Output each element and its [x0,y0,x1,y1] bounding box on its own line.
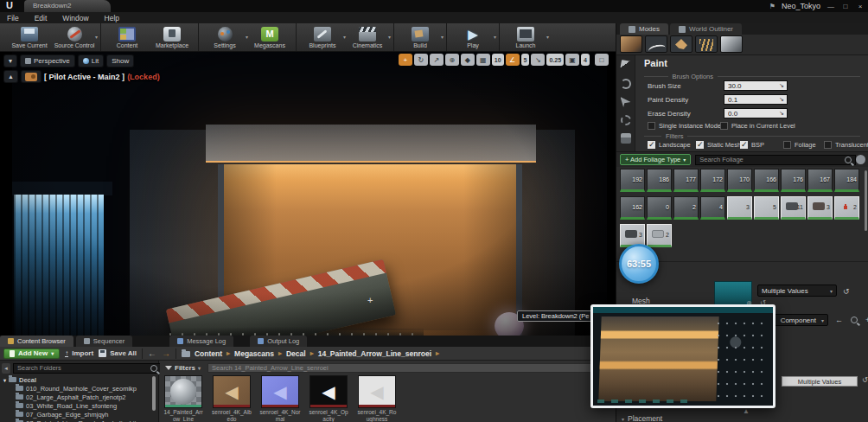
import-button[interactable]: ↑ Import [65,349,93,357]
megascans-button[interactable]: M Megascans [247,23,292,51]
single-instance-mode-option[interactable]: Single Instance Mode [648,122,721,130]
asset-texture-roughness[interactable]: ◀ senroei_4K_Roughness [356,375,398,422]
close-button[interactable]: × [856,3,865,10]
rotate-gizmo-button[interactable]: ↻ [414,54,428,66]
landscape-checkbox[interactable] [648,141,655,149]
foliage-tile[interactable]: 2 [673,196,699,220]
paint-tool-icon[interactable] [620,60,632,72]
tree-folder[interactable]: 03_White_Road_Line_sfonteng [3,401,147,410]
add-new-button[interactable]: Add New ▾ [3,348,60,359]
scale-gizmo-button[interactable]: ↗ [430,54,444,66]
paint-density-slider-icon[interactable]: ↘ [777,94,786,105]
asset-texture-albedo[interactable]: ◀ senroei_4K_Albedo [211,375,252,422]
world-local-toggle[interactable]: ⊕ [445,54,459,66]
chevron-down-icon[interactable]: ▾ [441,34,444,40]
show-dropdown[interactable]: Show [106,54,134,67]
restore-button[interactable]: □ [841,3,850,10]
filter-translucent[interactable]: Translucent [824,141,868,149]
place-current-level-checkbox[interactable] [720,122,728,130]
build-button[interactable]: Build ▾ [398,23,443,51]
add-foliage-type-button[interactable]: + Add Foliage Type ▾ [620,154,691,165]
marketplace-button[interactable]: Marketplace [150,23,195,51]
revert-icon[interactable]: ↺ [843,287,850,296]
menu-file[interactable]: File [7,14,19,22]
back-icon[interactable]: ← [835,316,843,324]
save-current-button[interactable]: Save Current [7,23,52,51]
stop-piloting-button[interactable]: ▲ [3,70,18,83]
foliage-tile[interactable]: 186 [647,169,672,192]
foliage-tile[interactable]: 0 [647,196,672,220]
foliage-tile-selected[interactable]: 2 [647,224,672,247]
tab-message-log[interactable]: Message Log [169,336,233,347]
tab-output-log[interactable]: Output Log [250,336,307,347]
foliage-tile-selected[interactable]: 3 [727,196,752,220]
mode-foliage-thumb[interactable] [670,35,692,53]
lasso-tool-icon[interactable] [621,115,631,125]
foliage-tile[interactable]: 167 [807,169,833,192]
breadcrumb-megascans[interactable]: Megascans [234,349,274,358]
perspective-dropdown[interactable]: Perspective [20,54,75,67]
foliage-tile-selected[interactable]: 5 [754,196,779,220]
revert-icon[interactable]: ↺ [862,376,868,384]
foliage-tile-selected[interactable]: 11 [781,196,806,220]
reapply-tool-icon[interactable] [621,79,631,89]
breadcrumb-content[interactable]: Content [195,349,222,358]
foliage-tile-selected[interactable]: 3 [807,196,833,220]
expand-icon[interactable]: ▾ [3,377,6,383]
select-tool-icon[interactable] [621,97,631,107]
foliage-tile[interactable]: 184 [834,169,859,192]
chevron-down-icon[interactable]: ▾ [95,34,98,40]
search-icon[interactable] [851,316,858,323]
mode-grass-thumb[interactable] [695,35,718,53]
fill-tool-icon[interactable] [621,133,631,144]
viewport-options-dropdown[interactable]: ▾ [3,54,17,67]
bsp-checkbox[interactable] [740,141,748,149]
foliage-settings-icon[interactable] [856,155,865,164]
right-panel-scrollbar[interactable] [865,170,867,231]
level-viewport[interactable]: + ▾ Perspective Lit Show + ↻ ↗ ⊕ ◆ ▦ 10 … [0,52,616,336]
asset-material[interactable]: 14_Painted_Arrow_Line [163,375,204,422]
tree-folder-decal[interactable]: ▾ Decal [3,375,147,384]
content-button[interactable]: Content [105,23,150,51]
tree-folder[interactable]: 02_Large_Asphalt_Patch_rjenotp2 [3,393,147,401]
foliage-search-input[interactable] [695,155,856,165]
breadcrumb-current-folder[interactable]: 14_Painted_Arrow_Line_senroei [318,349,431,358]
foliage-tile[interactable]: 192 [620,169,645,192]
tab-world-outliner[interactable]: World Outliner [670,23,742,35]
history-back-icon[interactable]: ← [148,348,156,358]
details-collapse-arrow[interactable]: ▲ [743,407,750,415]
tree-folder[interactable]: 07_Painted_Line_Rough_Asphalt_sbitugg [3,419,147,422]
launch-button[interactable]: Launch ▾ [503,23,548,51]
mode-geometry-thumb[interactable] [720,35,743,53]
save-all-button[interactable]: Save All [99,349,137,357]
tree-folder[interactable]: 07_Garbage_Edge_shmjqyh [3,410,147,419]
scale-snapping-button[interactable]: ↘ [531,54,545,66]
rotation-snapping-button[interactable]: ∠ [506,54,520,66]
collapse-sources-button[interactable]: ◂ [2,363,10,374]
blueprints-button[interactable]: Blueprints ▾ [300,23,345,51]
foliage-checkbox[interactable] [783,141,791,149]
asset-texture-opacity[interactable]: ◀ senroei_4K_Opacity [308,375,349,422]
mode-spline-thumb[interactable] [645,35,667,53]
foliage-tile[interactable]: 176 [781,169,806,192]
place-in-current-level-option[interactable]: Place in Current Level [720,122,795,130]
menu-help[interactable]: Help [105,14,119,22]
translucent-checkbox[interactable] [824,141,832,149]
pilot-camera-button[interactable] [21,70,41,83]
brush-size-slider-icon[interactable]: ↘ [777,80,786,91]
static-meshes-checkbox[interactable] [696,141,704,149]
play-button[interactable]: ▶ Play ▾ [450,23,495,51]
folders-scrollbar[interactable] [152,376,156,411]
filter-landscape[interactable]: Landscape [648,141,691,149]
grid-snap-value[interactable]: 10 [492,54,504,66]
lit-dropdown[interactable]: Lit [78,54,104,67]
mesh-multiple-values-dropdown[interactable]: Multiple Values ▾ [757,285,837,297]
foliage-tile[interactable]: 172 [700,169,725,192]
minimize-button[interactable]: — [827,3,835,10]
chevron-down-icon[interactable]: ▾ [546,34,549,40]
single-instance-checkbox[interactable] [648,122,655,130]
settings-button[interactable]: Settings ▾ [202,23,247,51]
cinematics-button[interactable]: Cinematics ▾ [345,23,390,51]
asset-texture-normal[interactable]: ◀ senroei_4K_Normal [259,375,301,422]
menu-window[interactable]: Window [62,14,88,22]
